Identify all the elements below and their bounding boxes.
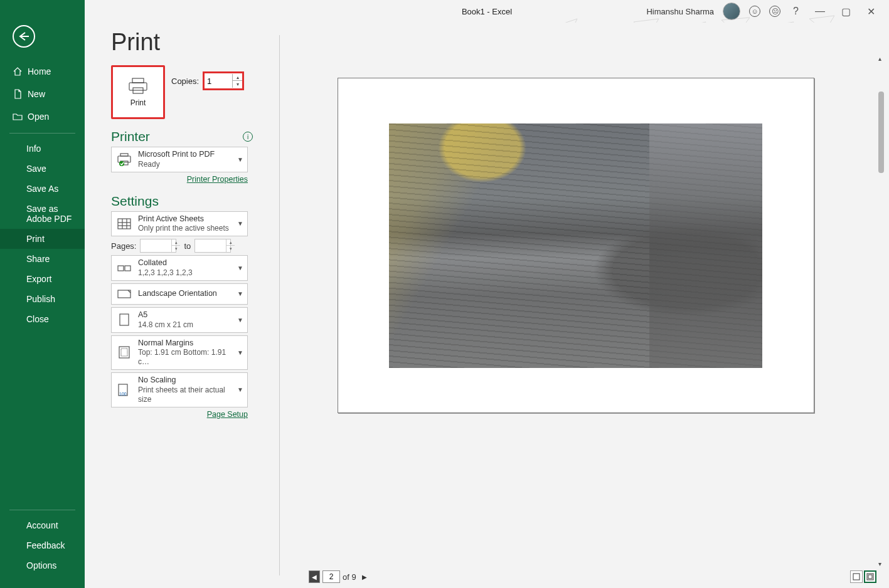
sidebar-save[interactable]: Save [0, 159, 85, 179]
sidebar-label: New [28, 89, 45, 99]
orientation-dropdown[interactable]: Landscape Orientation ▼ [111, 283, 248, 305]
sidebar-info[interactable]: Info [0, 139, 85, 159]
svg-rect-13 [125, 266, 130, 271]
sidebar-feedback[interactable]: Feedback [0, 535, 85, 555]
copies-field[interactable]: ▴ ▾ [203, 71, 244, 90]
svg-rect-1 [129, 83, 147, 90]
copies-input[interactable] [205, 75, 232, 87]
sheets-icon [115, 216, 133, 231]
svg-rect-15 [120, 314, 129, 325]
printer-properties-link[interactable]: Printer Properties [111, 175, 248, 184]
sidebar-save-as[interactable]: Save As [0, 179, 85, 199]
pages-to-label: to [184, 241, 191, 251]
copies-spin-down[interactable]: ▾ [232, 81, 242, 88]
svg-rect-0 [132, 78, 144, 83]
page-title: Print [111, 29, 279, 56]
window-title: Book1 - Excel [462, 7, 512, 16]
sidebar-label: Open [28, 112, 49, 122]
help-button[interactable]: ? [789, 6, 802, 17]
svg-rect-7 [118, 219, 130, 229]
user-name[interactable]: Himanshu Sharma [646, 7, 714, 16]
printer-heading: Printer [111, 129, 150, 144]
page-setup-link[interactable]: Page Setup [111, 410, 248, 419]
maximize-button[interactable]: ▢ [838, 6, 854, 18]
preview-footer: ◀ of 9 ▶ [296, 565, 889, 588]
print-settings-panel: Print Print Copies: ▴ ▾ [85, 23, 279, 588]
backstage-sidebar: Home New Open Info Save Save As Save as … [0, 0, 85, 588]
print-button-label: Print [130, 98, 146, 107]
chevron-down-icon: ▼ [237, 220, 243, 227]
sidebar-print[interactable]: Print [0, 229, 85, 249]
orientation-icon [115, 286, 133, 302]
printer-dropdown[interactable]: Microsoft Print to PDF Ready ▼ [111, 147, 248, 172]
page-total: of 9 [343, 572, 356, 582]
chevron-down-icon: ▼ [237, 290, 243, 297]
chevron-down-icon: ▼ [237, 349, 243, 356]
svg-rect-17 [121, 349, 127, 356]
sidebar-new[interactable]: New [0, 83, 85, 105]
print-button[interactable]: Print [111, 65, 165, 119]
sad-face-icon[interactable]: ☹ [769, 6, 780, 17]
svg-rect-20 [853, 574, 860, 580]
chevron-down-icon: ▼ [237, 156, 243, 163]
sidebar-share[interactable]: Share [0, 249, 85, 269]
sidebar-separator [9, 510, 75, 510]
sidebar-close[interactable]: Close [0, 309, 85, 329]
title-bar: Book1 - Excel Himanshu Sharma ☺ ☹ ? — ▢ … [85, 0, 889, 23]
print-preview: ▴ ▾ [280, 23, 889, 588]
sidebar-options[interactable]: Options [0, 555, 85, 575]
spin-up[interactable]: ▴ [171, 239, 180, 246]
spin-up[interactable]: ▴ [226, 239, 235, 246]
paper-icon [115, 312, 133, 327]
spin-down[interactable]: ▾ [171, 246, 180, 252]
printer-name: Microsoft Print to PDF [138, 150, 232, 160]
svg-rect-22 [868, 575, 872, 579]
paper-size-dropdown[interactable]: A5 14.8 cm x 21 cm ▼ [111, 307, 248, 333]
chevron-down-icon: ▼ [237, 317, 243, 323]
prev-page-button[interactable]: ◀ [309, 570, 320, 583]
margins-dropdown[interactable]: Normal Margins Top: 1.91 cm Bottom: 1.91… [111, 335, 248, 370]
user-avatar[interactable] [723, 3, 740, 20]
settings-heading: Settings [111, 194, 159, 209]
collated-dropdown[interactable]: Collated 1,2,3 1,2,3 1,2,3 ▼ [111, 255, 248, 281]
back-button[interactable] [13, 25, 35, 48]
happy-face-icon[interactable]: ☺ [749, 6, 760, 17]
svg-text:100: 100 [119, 392, 127, 396]
close-button[interactable]: ✕ [863, 6, 879, 18]
preview-image [389, 123, 762, 368]
collated-icon [115, 261, 133, 276]
print-what-dropdown[interactable]: Print Active Sheets Only print the activ… [111, 211, 248, 237]
sidebar-save-adobe[interactable]: Save as Adobe PDF [0, 199, 85, 229]
pages-label: Pages: [111, 241, 136, 251]
chevron-down-icon: ▼ [237, 386, 243, 393]
sidebar-export[interactable]: Export [0, 269, 85, 289]
copies-spin-up[interactable]: ▴ [232, 74, 242, 81]
chevron-down-icon: ▼ [237, 265, 243, 271]
vertical-scrollbar[interactable]: ▴ ▾ [875, 54, 885, 568]
preview-page [338, 78, 814, 413]
copies-label: Copies: [171, 76, 199, 86]
printer-icon [115, 152, 133, 167]
sidebar-separator [9, 133, 75, 134]
svg-rect-12 [118, 266, 124, 271]
current-page-input[interactable] [322, 570, 340, 583]
scaling-icon: 100 [115, 382, 133, 397]
scaling-dropdown[interactable]: 100 No Scaling Print sheets at their act… [111, 372, 248, 407]
scrollbar-thumb[interactable] [878, 92, 884, 173]
svg-rect-4 [120, 154, 128, 156]
minimize-button[interactable]: — [811, 6, 829, 17]
info-icon[interactable]: i [243, 132, 253, 142]
sidebar-open[interactable]: Open [0, 105, 85, 128]
sidebar-publish[interactable]: Publish [0, 289, 85, 309]
scroll-up-icon[interactable]: ▴ [875, 54, 884, 63]
printer-status: Ready [138, 160, 232, 169]
sidebar-label: Home [28, 66, 51, 76]
sidebar-home[interactable]: Home [0, 60, 85, 83]
margins-icon [115, 345, 133, 360]
spin-down[interactable]: ▾ [226, 246, 235, 252]
sidebar-account[interactable]: Account [0, 515, 85, 535]
show-margins-button[interactable] [850, 570, 863, 583]
next-page-button[interactable]: ▶ [359, 570, 370, 583]
zoom-to-page-button[interactable] [864, 570, 876, 583]
